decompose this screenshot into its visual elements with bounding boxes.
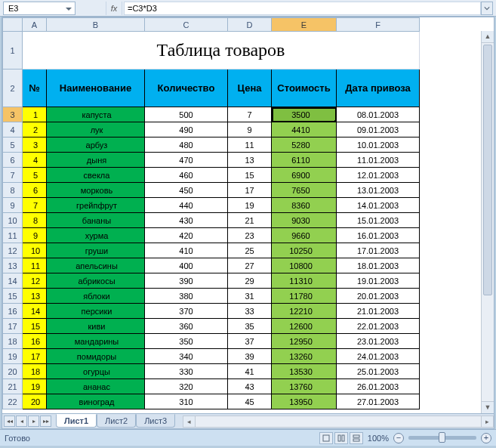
- row-header-14[interactable]: 14: [3, 273, 23, 289]
- formula-input[interactable]: =C3*D3: [124, 2, 481, 15]
- cell-num[interactable]: 18: [23, 364, 47, 379]
- cell-price[interactable]: 23: [228, 228, 272, 243]
- row-header-22[interactable]: 22: [3, 394, 23, 409]
- cell-num[interactable]: 2: [23, 122, 47, 137]
- cell-date[interactable]: 23.01.2003: [337, 334, 420, 349]
- view-page-layout-button[interactable]: [334, 432, 348, 444]
- cell-cost[interactable]: 12600: [272, 319, 337, 334]
- row-header-13[interactable]: 13: [3, 258, 23, 273]
- scroll-right-button[interactable]: ▸: [481, 416, 493, 427]
- cell-cost[interactable]: 13950: [272, 394, 337, 409]
- row-header-9[interactable]: 9: [3, 198, 23, 213]
- cell-name[interactable]: абрикосы: [47, 273, 145, 289]
- cell-date[interactable]: 17.01.2003: [337, 243, 420, 258]
- cell-price[interactable]: 15: [228, 168, 272, 183]
- row-header-1[interactable]: 1: [3, 32, 23, 70]
- cell-cost[interactable]: 13260: [272, 349, 337, 364]
- cell-date[interactable]: 26.01.2003: [337, 379, 420, 394]
- tab-nav-next[interactable]: ▸: [28, 416, 39, 427]
- cell-name[interactable]: виноград: [47, 394, 145, 409]
- cell-num[interactable]: 7: [23, 198, 47, 213]
- cell-cost[interactable]: 4410: [272, 122, 337, 137]
- cell-price[interactable]: 45: [228, 394, 272, 409]
- cell-name[interactable]: бананы: [47, 213, 145, 228]
- cell-price[interactable]: 25: [228, 243, 272, 258]
- table-header-qty[interactable]: Количество: [145, 70, 228, 107]
- cell-date[interactable]: 15.01.2003: [337, 213, 420, 228]
- cell-num[interactable]: 1: [23, 107, 47, 122]
- sheet-tab-3[interactable]: Лист3: [136, 414, 175, 428]
- cell-name[interactable]: свекла: [47, 168, 145, 183]
- sheet-tab-1[interactable]: Лист1: [56, 414, 97, 428]
- zoom-percent[interactable]: 100%: [368, 434, 389, 443]
- cell-date[interactable]: 27.01.2003: [337, 394, 420, 409]
- cell-num[interactable]: 5: [23, 168, 47, 183]
- cell-cost[interactable]: 13530: [272, 364, 337, 379]
- cell-cost[interactable]: 11310: [272, 273, 337, 289]
- tab-nav-last[interactable]: ▸▸: [40, 416, 51, 427]
- cell-name[interactable]: персики: [47, 304, 145, 319]
- cell-date[interactable]: 22.01.2003: [337, 319, 420, 334]
- cell-name[interactable]: хурма: [47, 228, 145, 243]
- scroll-up-button[interactable]: ▲: [482, 31, 494, 43]
- cell-num[interactable]: 20: [23, 394, 47, 409]
- cell-cost[interactable]: 3500: [272, 107, 337, 122]
- cell-price[interactable]: 27: [228, 258, 272, 273]
- cell-num[interactable]: 13: [23, 289, 47, 304]
- row-header-5[interactable]: 5: [3, 137, 23, 153]
- cell-cost[interactable]: 6110: [272, 153, 337, 168]
- table-header-date[interactable]: Дата привоза: [337, 70, 420, 107]
- cell-price[interactable]: 37: [228, 334, 272, 349]
- row-header-18[interactable]: 18: [3, 334, 23, 349]
- cell-qty[interactable]: 480: [145, 137, 228, 153]
- cell-num[interactable]: 17: [23, 349, 47, 364]
- cell-date[interactable]: 10.01.2003: [337, 137, 420, 153]
- table-header-name[interactable]: Наименование: [47, 70, 145, 107]
- spreadsheet-grid[interactable]: ABCDEF1Таблица товаров2№НаименованиеКоли…: [2, 17, 420, 409]
- cell-qty[interactable]: 310: [145, 394, 228, 409]
- cell-name[interactable]: капуста: [47, 107, 145, 122]
- row-header-21[interactable]: 21: [3, 379, 23, 394]
- cell-date[interactable]: 12.01.2003: [337, 168, 420, 183]
- vscroll-track[interactable]: [482, 43, 494, 401]
- view-page-break-button[interactable]: [350, 432, 363, 444]
- column-header-C[interactable]: C: [145, 18, 228, 32]
- fx-button[interactable]: fx: [106, 2, 122, 15]
- row-header-2[interactable]: 2: [3, 70, 23, 107]
- table-header-num[interactable]: №: [23, 70, 47, 107]
- cell-date[interactable]: 21.01.2003: [337, 304, 420, 319]
- cell-num[interactable]: 9: [23, 228, 47, 243]
- column-header-D[interactable]: D: [228, 18, 272, 32]
- cell-date[interactable]: 11.01.2003: [337, 153, 420, 168]
- table-header-price[interactable]: Цена: [228, 70, 272, 107]
- cell-cost[interactable]: 13760: [272, 379, 337, 394]
- tab-nav-first[interactable]: ◂◂: [4, 416, 15, 427]
- cell-num[interactable]: 14: [23, 304, 47, 319]
- cell-name[interactable]: дыня: [47, 153, 145, 168]
- cell-qty[interactable]: 330: [145, 364, 228, 379]
- cell-num[interactable]: 16: [23, 334, 47, 349]
- column-header-A[interactable]: A: [23, 18, 47, 32]
- cell-name[interactable]: киви: [47, 319, 145, 334]
- cell-qty[interactable]: 340: [145, 349, 228, 364]
- cell-cost[interactable]: 9030: [272, 213, 337, 228]
- view-normal-button[interactable]: [319, 432, 333, 444]
- cell-price[interactable]: 21: [228, 213, 272, 228]
- zoom-in-button[interactable]: +: [481, 433, 491, 443]
- cell-price[interactable]: 35: [228, 319, 272, 334]
- cell-price[interactable]: 41: [228, 364, 272, 379]
- row-header-7[interactable]: 7: [3, 168, 23, 183]
- cell-cost[interactable]: 9660: [272, 228, 337, 243]
- row-header-19[interactable]: 19: [3, 349, 23, 364]
- cell-name[interactable]: апельсины: [47, 258, 145, 273]
- column-header-B[interactable]: B: [47, 18, 145, 32]
- cell-date[interactable]: 20.01.2003: [337, 289, 420, 304]
- page-title[interactable]: Таблица товаров: [23, 32, 420, 70]
- vscroll-thumb[interactable]: [483, 45, 492, 295]
- cell-date[interactable]: 25.01.2003: [337, 364, 420, 379]
- cell-qty[interactable]: 350: [145, 334, 228, 349]
- cell-qty[interactable]: 380: [145, 289, 228, 304]
- cell-qty[interactable]: 410: [145, 243, 228, 258]
- cell-date[interactable]: 08.01.2003: [337, 107, 420, 122]
- cell-cost[interactable]: 10250: [272, 243, 337, 258]
